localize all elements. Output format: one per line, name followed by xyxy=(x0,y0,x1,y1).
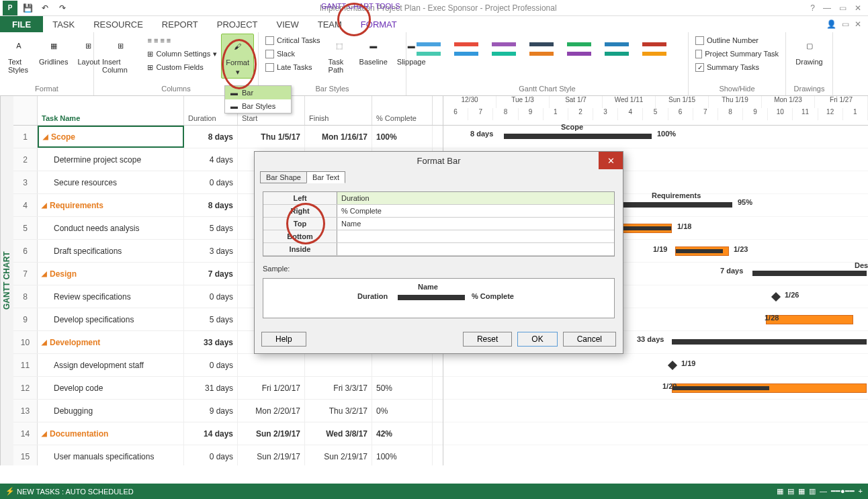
gridlines-button[interactable]: ▦Gridlines xyxy=(35,34,72,75)
tab-resource[interactable]: RESOURCE xyxy=(84,16,153,32)
project-app-icon: P xyxy=(3,1,17,15)
col-name[interactable]: Task Name xyxy=(38,96,184,125)
table-row[interactable]: 15User manuals specifications0 daysSun 2… xyxy=(13,445,443,465)
format-split-button[interactable]: 🖌Format▾ xyxy=(221,34,254,79)
custom-fields-button[interactable]: ⊞ Custom Fields xyxy=(144,60,220,74)
new-tasks-icon: ⚡ xyxy=(5,487,15,496)
row-left-value[interactable]: Duration xyxy=(337,192,614,204)
bar-icon: ▬ xyxy=(230,89,238,97)
bar-styles-icon: ▬ xyxy=(230,102,238,110)
col-complete[interactable]: % Complete xyxy=(372,96,433,125)
sample-label: Sample: xyxy=(263,265,615,273)
zoom-slider[interactable]: ━━●━━ xyxy=(831,487,855,496)
tool-context-title: GANTT CHART TOOLS xyxy=(321,2,400,10)
dialog-close-button[interactable]: ✕ xyxy=(599,152,623,169)
tab-bar-text[interactable]: Bar Text xyxy=(306,171,345,183)
group-format: Format xyxy=(4,85,89,94)
row-bottom-label: Bottom xyxy=(263,230,337,242)
outline-number-check[interactable]: Outline Number xyxy=(693,34,781,47)
table-row[interactable]: 13Debugging9 daysMon 2/20/17Thu 3/2/170% xyxy=(13,400,443,422)
row-top-value[interactable]: Name xyxy=(337,218,614,230)
tab-format[interactable]: FORMAT xyxy=(351,16,406,32)
text-styles-button[interactable]: AText Styles xyxy=(4,34,34,75)
ok-button[interactable]: OK xyxy=(517,332,557,347)
undo-icon[interactable]: ↶ xyxy=(38,1,52,15)
table-row[interactable]: 11Assign development staff0 days xyxy=(13,354,443,377)
tab-project[interactable]: PROJECT xyxy=(208,16,267,32)
status-text: NEW TASKS : AUTO SCHEDULED xyxy=(17,488,134,496)
view-shortcut-4[interactable]: ▥ xyxy=(809,487,816,496)
align-buttons[interactable]: ≡ ≡ ≡ ≡ xyxy=(144,34,220,47)
side-label: GANTT CHART xyxy=(0,96,13,465)
late-tasks-check[interactable]: Late Tasks xyxy=(263,60,323,74)
row-right-label: Right xyxy=(263,205,337,217)
tab-task[interactable]: TASK xyxy=(43,16,84,32)
redo-icon[interactable]: ↷ xyxy=(55,1,70,15)
baseline-button[interactable]: ▬Baseline xyxy=(355,34,392,75)
table-row[interactable]: 1◢Scope8 daysThu 1/5/17Mon 1/16/17100% xyxy=(13,126,443,148)
minimize-icon[interactable]: — xyxy=(823,3,831,13)
tab-bar-shape[interactable]: Bar Shape xyxy=(260,171,307,183)
row-left-label: Left xyxy=(263,192,337,204)
group-showhide: Show/Hide xyxy=(693,85,781,94)
row-top-label: Top xyxy=(263,218,337,230)
project-summary-check[interactable]: Project Summary Task xyxy=(693,47,781,60)
reset-button[interactable]: Reset xyxy=(463,332,512,347)
row-inside-label: Inside xyxy=(263,243,337,255)
window-title: Implementation Project Plan - Exec Spons… xyxy=(73,3,804,13)
row-bottom-value[interactable] xyxy=(337,230,614,242)
view-shortcut-2[interactable]: ▤ xyxy=(787,487,794,496)
task-path-button[interactable]: ⬚Task Path xyxy=(324,34,354,75)
insert-column-button[interactable]: ⊞Insert Column xyxy=(98,34,143,79)
column-settings-button[interactable]: ⊞ Column Settings ▾ xyxy=(144,47,220,60)
drawing-button[interactable]: ▢Drawing xyxy=(790,34,828,67)
help-button[interactable]: Help xyxy=(261,332,306,347)
table-row[interactable]: 14◢Documentation14 daysSun 2/19/17Wed 3/… xyxy=(13,422,443,445)
zoom-out[interactable]: — xyxy=(820,487,827,496)
tab-team[interactable]: TEAM xyxy=(308,16,351,32)
dd-bar-styles[interactable]: ▬Bar Styles xyxy=(225,99,291,113)
format-bar-dialog: Format Bar ✕ Bar ShapeBar Text LeftDurat… xyxy=(254,151,623,354)
close-icon[interactable]: ✕ xyxy=(855,3,861,13)
table-row[interactable]: 12Develop code31 daysFri 1/20/17Fri 3/3/… xyxy=(13,377,443,400)
window-icon[interactable]: ▭ xyxy=(842,19,849,29)
tab-view[interactable]: VIEW xyxy=(267,16,308,32)
sample-preview: Name Duration % Complete xyxy=(263,278,615,318)
format-dropdown: ▬Bar ▬Bar Styles xyxy=(224,85,292,114)
zoom-in[interactable]: + xyxy=(859,487,863,496)
col-finish[interactable]: Finish xyxy=(305,96,372,125)
group-ganttstyle: Gantt Chart Style xyxy=(410,85,684,94)
slack-check[interactable]: Slack xyxy=(263,47,323,60)
tab-file[interactable]: FILE xyxy=(0,16,43,32)
summary-tasks-check[interactable]: ✓Summary Tasks xyxy=(693,60,781,74)
tab-report[interactable]: REPORT xyxy=(153,16,208,32)
row-inside-value[interactable] xyxy=(337,243,614,255)
cancel-button[interactable]: Cancel xyxy=(563,332,616,347)
group-drawings: Drawings xyxy=(790,85,828,94)
restore-icon[interactable]: ▭ xyxy=(839,3,847,13)
gantt-style-gallery[interactable] xyxy=(410,34,684,64)
dialog-title: Format Bar xyxy=(417,156,460,166)
critical-tasks-check[interactable]: Critical Tasks xyxy=(263,34,323,47)
save-icon[interactable]: 💾 xyxy=(20,1,35,15)
dd-bar[interactable]: ▬Bar xyxy=(225,86,291,99)
row-right-value[interactable]: % Complete xyxy=(337,205,614,217)
help-icon[interactable]: ? xyxy=(810,3,815,13)
view-shortcut-3[interactable]: ▦ xyxy=(798,487,805,496)
close-doc-icon[interactable]: ✕ xyxy=(855,19,861,29)
account-icon[interactable]: 👤 xyxy=(826,19,836,29)
view-shortcut-1[interactable]: ▦ xyxy=(777,487,783,496)
